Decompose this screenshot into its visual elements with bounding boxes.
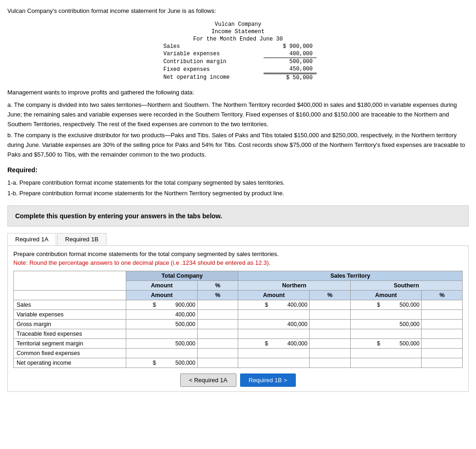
total-amount-sub: Amount xyxy=(126,290,198,300)
north-amount-gross xyxy=(238,319,310,329)
total-amount-variable-input[interactable] xyxy=(156,311,195,318)
row-label-traceable: Traceable fixed expenses xyxy=(14,329,126,338)
total-pct-traceable-input[interactable] xyxy=(207,331,228,337)
total-pct-gross-input[interactable] xyxy=(207,321,228,327)
south-amount-territorial-input[interactable] xyxy=(382,340,419,347)
north-amount-traceable-input[interactable] xyxy=(268,331,307,337)
south-pct-variable-input[interactable] xyxy=(432,311,452,318)
total-pct-variable-input[interactable] xyxy=(207,311,228,318)
tab-note: Note: Round the percentage answers to on… xyxy=(13,259,463,266)
total-pct-header: % xyxy=(197,280,238,290)
nav-buttons: < Required 1A Required 1B > xyxy=(13,373,463,387)
north-pct-net-input[interactable] xyxy=(319,360,340,366)
north-amount-common-input[interactable] xyxy=(268,350,307,356)
statement-title: Income Statement xyxy=(160,28,317,35)
total-amount-traceable xyxy=(126,329,198,338)
total-pct-territorial xyxy=(197,338,238,348)
complete-box: Complete this question by entering your … xyxy=(7,205,469,227)
required-title: Required: xyxy=(7,166,469,174)
table-row: Gross margin xyxy=(14,319,463,329)
total-amount-traceable-input[interactable] xyxy=(156,331,195,337)
table-row: Common fixed expenses xyxy=(14,348,463,358)
blank-header xyxy=(14,271,126,290)
next-button[interactable]: Required 1B > xyxy=(240,373,296,387)
total-amount-gross xyxy=(126,319,198,329)
table-row: Variable expenses xyxy=(14,309,463,319)
north-amount-territorial: $ xyxy=(238,338,310,348)
south-amount-sales-input[interactable] xyxy=(382,302,419,308)
north-amount-gross-input[interactable] xyxy=(268,321,307,327)
total-amount-common-input[interactable] xyxy=(156,350,195,356)
income-amount-fixed: 450,000 xyxy=(264,65,316,74)
total-amount-variable xyxy=(126,309,198,319)
tab-required-1b[interactable]: Required 1B xyxy=(57,233,106,245)
north-pct-gross-input[interactable] xyxy=(319,321,340,327)
total-pct-net-input[interactable] xyxy=(207,360,228,366)
south-pct-net-input[interactable] xyxy=(432,360,452,366)
total-amount-net-input[interactable] xyxy=(159,360,195,366)
north-amount-net-input[interactable] xyxy=(268,360,307,366)
south-pct-traceable xyxy=(422,329,463,338)
total-pct-gross xyxy=(197,319,238,329)
total-amount-territorial-input[interactable] xyxy=(156,340,195,347)
south-pct-gross xyxy=(422,319,463,329)
required-item-1a: 1-a. Prepare contribution format income … xyxy=(7,177,469,188)
north-pct-traceable-input[interactable] xyxy=(319,331,340,337)
north-pct-traceable xyxy=(310,329,351,338)
row-label-net: Net operating income xyxy=(14,358,126,367)
south-amount-traceable-input[interactable] xyxy=(380,331,419,337)
south-pct-common-input[interactable] xyxy=(432,350,452,356)
total-amount-sales-input[interactable] xyxy=(159,302,195,308)
total-pct-common-input[interactable] xyxy=(207,350,228,356)
statement-period: For the Month Ended June 30 xyxy=(160,35,317,43)
income-amount-sales: $ 900,000 xyxy=(264,43,316,50)
total-pct-sales-input[interactable] xyxy=(207,302,228,308)
southern-header: Southern xyxy=(350,280,462,290)
tab-description: Prepare contribution format income state… xyxy=(13,251,463,257)
point-b: b. The company is the exclusive distribu… xyxy=(7,131,469,159)
south-amount-common-input[interactable] xyxy=(380,350,419,356)
north-amount-variable xyxy=(238,309,310,319)
south-amount-net-input[interactable] xyxy=(380,360,419,366)
north-amount-traceable xyxy=(238,329,310,338)
south-pct-traceable-input[interactable] xyxy=(432,331,452,337)
north-pct-gross xyxy=(310,319,351,329)
table-row: Net operating income $ xyxy=(14,358,463,367)
total-amount-header: Amount xyxy=(126,280,198,290)
north-amount-territorial-input[interactable] xyxy=(270,340,307,347)
sales-territory-header: Sales Territory xyxy=(238,271,463,280)
income-row-sales: Sales $ 900,000 xyxy=(160,43,317,50)
north-pct-common-input[interactable] xyxy=(319,350,340,356)
income-amount-net: $ 50,000 xyxy=(264,74,316,82)
income-row-net: Net operating income $ 50,000 xyxy=(160,74,317,82)
prev-button[interactable]: < Required 1A xyxy=(180,373,236,387)
total-pct-territorial-input[interactable] xyxy=(207,340,228,347)
south-pct-common xyxy=(422,348,463,358)
required-item-1b: 1-b. Prepare contribution format income … xyxy=(7,188,469,198)
total-pct-sales xyxy=(197,300,238,309)
south-pct-territorial-input[interactable] xyxy=(432,340,452,347)
intro-text: Vulcan Company's contribution format inc… xyxy=(7,7,469,14)
row-label-variable: Variable expenses xyxy=(14,309,126,319)
south-pct-sales-input[interactable] xyxy=(432,302,452,308)
south-amount-net xyxy=(350,358,422,367)
income-label-sales: Sales xyxy=(160,43,264,50)
income-label-variable: Variable expenses xyxy=(160,50,264,58)
north-amount-sales-input[interactable] xyxy=(270,302,307,308)
north-pct-territorial xyxy=(310,338,351,348)
south-pct-gross-input[interactable] xyxy=(432,321,452,327)
row-label-territorial: Territorial segment margin xyxy=(14,338,126,348)
data-table: Total Company Sales Territory Amount % N… xyxy=(13,271,463,368)
south-pct-net xyxy=(422,358,463,367)
south-amount-gross-input[interactable] xyxy=(380,321,419,327)
tab-required-1a[interactable]: Required 1A xyxy=(7,233,56,245)
total-amount-gross-input[interactable] xyxy=(156,321,195,327)
total-amount-common xyxy=(126,348,198,358)
north-pct-territorial-input[interactable] xyxy=(319,340,340,347)
north-pct-sales-input[interactable] xyxy=(319,302,340,308)
row-label-header xyxy=(14,290,126,300)
north-amount-variable-input[interactable] xyxy=(268,311,307,318)
south-amount-sales: $ xyxy=(350,300,422,309)
north-pct-variable-input[interactable] xyxy=(319,311,340,318)
south-amount-variable-input[interactable] xyxy=(380,311,419,318)
